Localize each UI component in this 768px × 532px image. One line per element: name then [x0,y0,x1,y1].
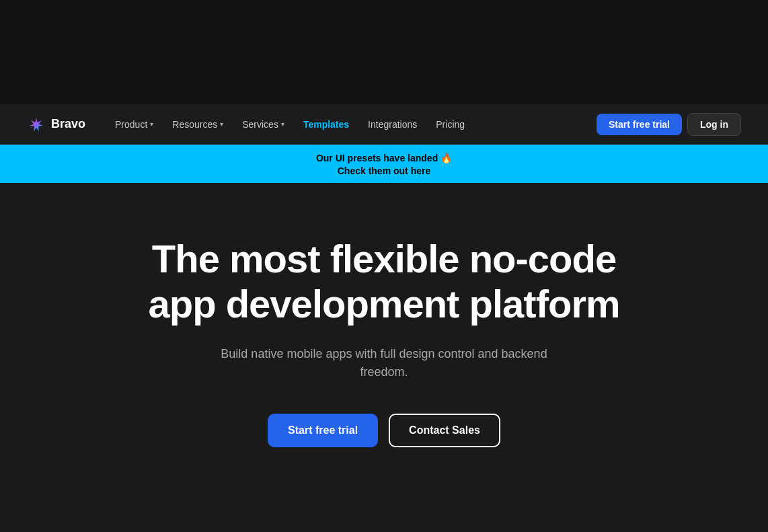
nav-start-trial-button[interactable]: Start free trial [597,114,682,135]
nav-login-button[interactable]: Log in [687,113,741,136]
nav-services[interactable]: Services ▾ [234,114,293,135]
chevron-down-icon: ▾ [220,120,223,128]
nav-links: Product ▾ Resources ▾ Services ▾ Templat… [107,114,597,135]
nav-actions: Start free trial Log in [597,113,741,136]
hero-subtitle: Build native mobile apps with full desig… [196,345,572,381]
hero-buttons: Start free trial Contact Sales [268,414,500,447]
nav-templates[interactable]: Templates [295,114,357,135]
announcement-banner: Our UI presets have landed 🔥 Check them … [0,145,768,183]
logo-link[interactable]: Bravo [27,115,85,134]
hero-title: The most flexible no-code app developmen… [132,237,636,326]
hero-section: The most flexible no-code app developmen… [0,183,768,488]
top-bar [0,0,768,104]
bravo-logo-icon [27,115,46,134]
hero-contact-sales-button[interactable]: Contact Sales [389,414,500,447]
chevron-down-icon: ▾ [150,120,153,128]
navbar: Bravo Product ▾ Resources ▾ Services ▾ T… [0,104,768,145]
announcement-line1: Our UI presets have landed 🔥 [316,153,452,163]
announcement-link[interactable]: Check them out here [0,165,768,176]
chevron-down-icon: ▾ [281,120,284,128]
logo-text: Bravo [51,117,85,131]
nav-product[interactable]: Product ▾ [107,114,161,135]
nav-resources[interactable]: Resources ▾ [164,114,231,135]
nav-pricing[interactable]: Pricing [428,114,473,135]
hero-start-trial-button[interactable]: Start free trial [268,414,378,447]
nav-integrations[interactable]: Integrations [360,114,425,135]
